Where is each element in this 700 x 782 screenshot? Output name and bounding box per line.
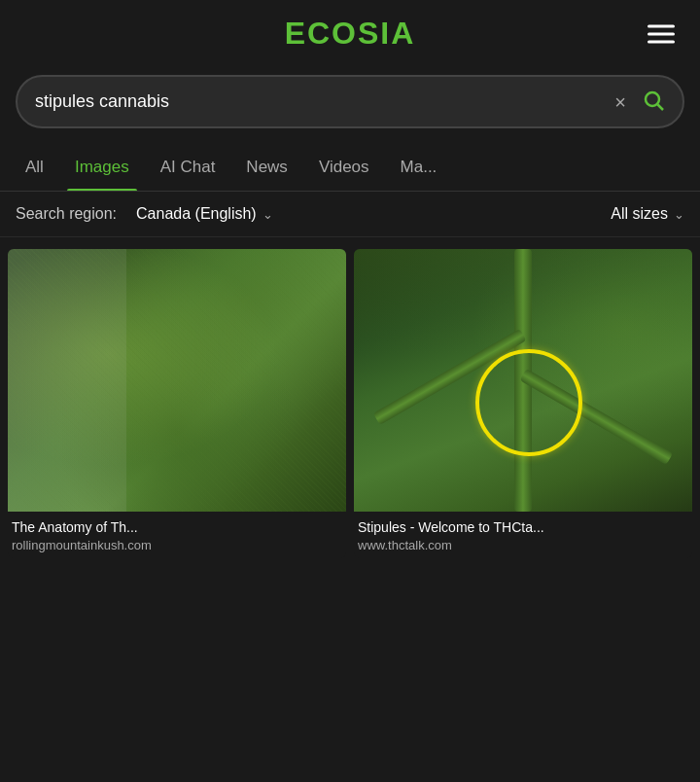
tab-news[interactable]: News <box>230 144 303 191</box>
images-grid: The Anatomy of Th... rollingmountainkush… <box>0 237 700 570</box>
image-source-1: rollingmountainkush.com <box>12 538 342 552</box>
highlight-circle <box>475 349 582 456</box>
image-title-1: The Anatomy of Th... <box>12 519 342 535</box>
header: ECOSIA <box>0 0 700 67</box>
image-thumbnail-2 <box>354 249 692 512</box>
search-submit-button[interactable] <box>642 89 665 115</box>
clear-button[interactable]: × <box>611 92 630 112</box>
tab-images[interactable]: Images <box>59 144 145 191</box>
hamburger-line-2 <box>648 32 675 35</box>
tab-maps[interactable]: Ma... <box>385 144 453 191</box>
hamburger-line-1 <box>648 24 675 27</box>
image-info-1: The Anatomy of Th... rollingmountainkush… <box>8 512 346 558</box>
size-filter-button[interactable]: All sizes ⌄ <box>611 205 684 223</box>
size-value: All sizes <box>611 205 668 223</box>
image-info-2: Stipules - Welcome to THCta... www.thcta… <box>354 512 692 558</box>
menu-button[interactable] <box>642 18 681 49</box>
tabs-nav: All Images AI Chat News Videos Ma... <box>0 144 700 192</box>
image-thumbnail-1 <box>8 249 346 512</box>
search-bar-container: × <box>0 67 700 144</box>
image-card-1[interactable]: The Anatomy of Th... rollingmountainkush… <box>8 249 346 558</box>
tab-ai-chat[interactable]: AI Chat <box>145 144 231 191</box>
image-source-2: www.thctalk.com <box>358 538 688 552</box>
svg-point-0 <box>646 92 659 106</box>
ecosia-logo: ECOSIA <box>285 16 416 52</box>
svg-line-1 <box>658 105 664 111</box>
tab-videos[interactable]: Videos <box>303 144 385 191</box>
filter-bar: Search region: Canada (English) ⌄ All si… <box>0 192 700 237</box>
image-title-2: Stipules - Welcome to THCta... <box>358 519 688 535</box>
region-value: Canada (English) <box>136 205 257 223</box>
clear-icon: × <box>614 91 626 113</box>
search-icon <box>642 89 665 112</box>
size-chevron-icon: ⌄ <box>674 207 684 222</box>
leaf-texture-overlay <box>8 249 346 512</box>
region-chevron-icon: ⌄ <box>262 207 273 222</box>
hamburger-line-3 <box>648 40 675 43</box>
tab-all[interactable]: All <box>10 144 59 191</box>
search-bar: × <box>16 75 684 128</box>
region-filter-button[interactable]: Canada (English) ⌄ <box>136 205 273 223</box>
search-region-label: Search region: <box>16 205 117 223</box>
image-card-2[interactable]: Stipules - Welcome to THCta... www.thcta… <box>354 249 692 558</box>
search-input[interactable] <box>35 91 599 112</box>
